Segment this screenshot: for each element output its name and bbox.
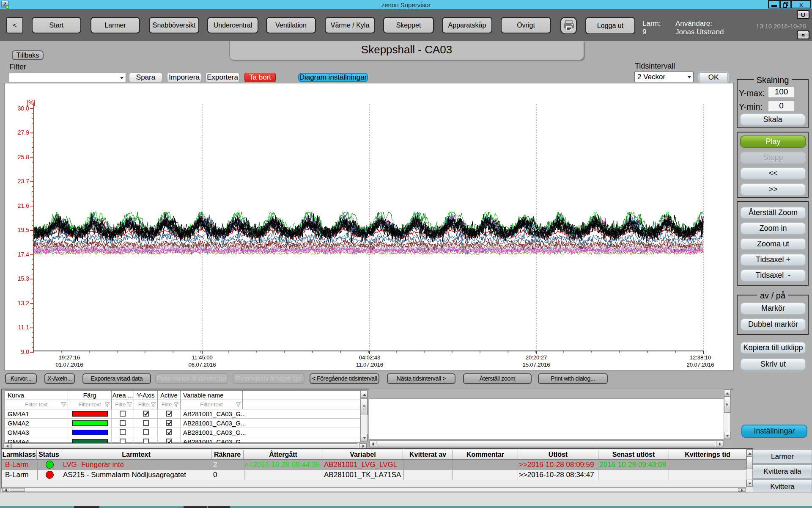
svg-text:12:38:10: 12:38:10 — [690, 354, 711, 361]
svg-text:06.07.2016: 06.07.2016 — [188, 362, 216, 368]
svg-text:[%]: [%] — [27, 99, 35, 106]
svg-text:04:02:43: 04:02:43 — [359, 354, 381, 361]
svg-text:30.0: 30.0 — [18, 105, 29, 112]
svg-text:9.0: 9.0 — [21, 348, 30, 355]
svg-text:11:45:00: 11:45:00 — [192, 354, 213, 361]
svg-text:20:20:27: 20:20:27 — [526, 354, 547, 361]
svg-text:15.3: 15.3 — [18, 275, 29, 282]
svg-text:19.5: 19.5 — [18, 226, 29, 233]
svg-text:11.07.2016: 11.07.2016 — [356, 362, 383, 368]
svg-text:01.07.2016: 01.07.2016 — [55, 362, 83, 368]
svg-text:17.4: 17.4 — [18, 251, 29, 258]
svg-text:11.1: 11.1 — [18, 324, 29, 331]
svg-text:25.8: 25.8 — [18, 154, 29, 160]
svg-text:13.2: 13.2 — [18, 300, 29, 306]
svg-text:21.6: 21.6 — [18, 202, 29, 209]
svg-text:15.07.2016: 15.07.2016 — [522, 362, 550, 368]
svg-text:19:27:16: 19:27:16 — [59, 354, 80, 361]
svg-text:27.9: 27.9 — [18, 129, 29, 136]
svg-text:23.7: 23.7 — [18, 178, 29, 185]
svg-text:20.07.2016: 20.07.2016 — [686, 362, 714, 368]
